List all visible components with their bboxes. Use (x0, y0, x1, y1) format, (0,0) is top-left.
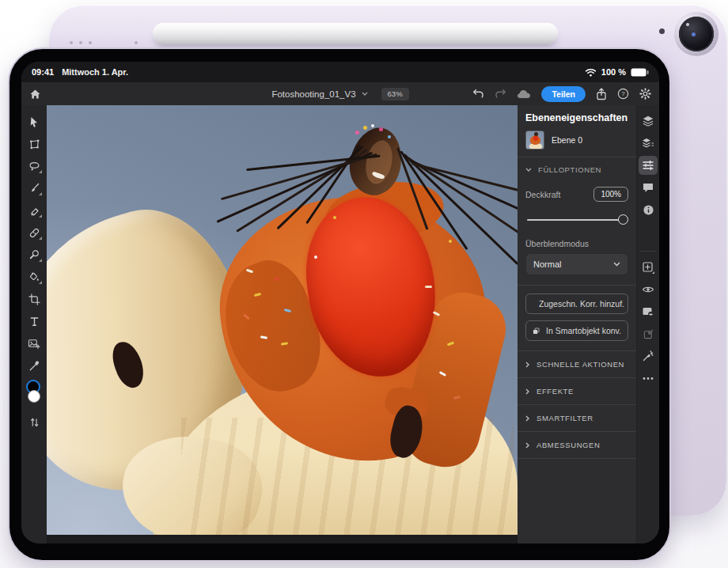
tool-rail (21, 105, 47, 543)
add-clipped-adjustment-button[interactable]: Zugeschn. Korr. hinzuf. (525, 293, 628, 314)
layer-thumbnail (525, 131, 544, 150)
blend-mode-label: Überblendmodus (525, 239, 589, 248)
eraser-tool[interactable] (23, 199, 45, 222)
opacity-slider[interactable] (527, 214, 627, 225)
layer-name: Ebene 0 (552, 135, 582, 145)
battery-icon (631, 68, 649, 77)
battery-percent: 100 % (601, 67, 626, 77)
status-bar: 09:41 Mittwoch 1. Apr. 100 % (21, 62, 659, 82)
type-tool[interactable] (23, 310, 45, 332)
convert-smart-object-button[interactable]: In Smartobjekt konv. (525, 320, 628, 341)
canvas-area[interactable] (47, 105, 517, 543)
rear-camera-lens (679, 17, 714, 51)
section-effects[interactable]: EFFEKTE (518, 378, 636, 404)
help-icon[interactable]: ? (617, 88, 629, 100)
add-layer-icon[interactable] (639, 258, 658, 277)
clock: 09:41 (32, 67, 54, 77)
effects-brush-icon[interactable] (639, 346, 658, 365)
crop-tool[interactable] (23, 288, 45, 310)
preview-image-icon[interactable] (639, 302, 658, 321)
settings-gear-icon[interactable] (639, 88, 651, 100)
document-title[interactable]: Fotoshooting_01_V3 (271, 89, 355, 99)
move-tool[interactable] (23, 111, 45, 133)
chevron-right-icon (525, 362, 529, 368)
camera-highlight (686, 23, 689, 26)
home-button[interactable] (29, 89, 41, 100)
eyedropper-tool[interactable] (23, 354, 45, 377)
chevron-right-icon (525, 442, 529, 449)
jacket-pin (425, 286, 432, 288)
speaker-hole (135, 41, 138, 44)
blend-mode-select[interactable]: Normal (525, 253, 628, 275)
wifi-icon (585, 68, 597, 77)
import-icon[interactable] (639, 324, 658, 343)
app-toolbar: Fotoshooting_01_V3 63% Teilen (21, 82, 659, 105)
undo-button[interactable] (472, 89, 484, 99)
opacity-value[interactable]: 100% (593, 187, 628, 202)
date-label: Mittwoch 1. Apr. (62, 67, 128, 77)
place-image-tool[interactable] (23, 332, 45, 354)
healing-brush-tool[interactable] (23, 222, 45, 244)
section-dimensions[interactable]: ABMESSUNGEN (518, 432, 636, 458)
chevron-right-icon (525, 415, 529, 422)
toggle-visibility-icon[interactable] (639, 280, 658, 299)
zoom-level-badge[interactable]: 63% (381, 88, 409, 100)
fill-tool[interactable] (23, 266, 45, 288)
smart-object-icon (533, 326, 540, 336)
brush-tool[interactable] (23, 177, 45, 199)
chevron-down-icon (362, 92, 368, 96)
speaker-hole (79, 41, 82, 44)
hair-bead (449, 240, 452, 243)
section-smart-filter[interactable]: SMARTFILTER (518, 405, 636, 431)
panel-icon-rail (636, 105, 659, 543)
hair-bead (371, 124, 374, 127)
speaker-hole (89, 41, 92, 44)
workspace: Ebeneneigenschaften Ebene 0 FÜLLOPTIONEN… (21, 105, 659, 543)
hair-bead (355, 131, 359, 134)
panel-title: Ebeneneigenschaften (518, 105, 636, 129)
opacity-slider-knob[interactable] (618, 214, 628, 225)
chevron-down-icon (525, 168, 532, 172)
transform-tool[interactable] (23, 133, 45, 155)
section-quick-actions[interactable]: SCHNELLE AKTIONEN (518, 351, 636, 377)
speaker-hole (70, 41, 73, 44)
hair-bead (314, 256, 317, 259)
chevron-right-icon (525, 388, 529, 395)
hair-bead (388, 135, 391, 138)
layer-row[interactable]: Ebene 0 (518, 129, 636, 157)
swap-colors-button[interactable] (23, 411, 45, 434)
redo-button[interactable] (495, 89, 506, 99)
share-button[interactable]: Teilen (541, 86, 586, 102)
layers-icon[interactable] (639, 112, 658, 131)
lasso-tool[interactable] (23, 155, 45, 177)
fill-options-header[interactable]: FÜLLOPTIONEN (518, 157, 636, 182)
svg-text:?: ? (621, 90, 625, 97)
layer-properties-icon[interactable] (639, 134, 658, 153)
microphone-dot (659, 28, 665, 34)
layer-properties-panel: Ebeneneigenschaften Ebene 0 FÜLLOPTIONEN… (517, 105, 636, 543)
opacity-label: Deckkraft (525, 190, 560, 199)
background-color-chip[interactable] (28, 390, 40, 403)
dodge-tool[interactable] (23, 244, 45, 266)
marketing-scene: 09:41 Mittwoch 1. Apr. 100 % (0, 0, 728, 568)
info-icon[interactable] (639, 200, 658, 219)
chevron-down-icon (613, 262, 620, 267)
camera-glint (692, 32, 696, 36)
hair-bead (333, 216, 336, 219)
ipad-screen: 09:41 Mittwoch 1. Apr. 100 % (21, 62, 659, 543)
export-share-sheet-icon[interactable] (596, 88, 607, 100)
comments-icon[interactable] (639, 178, 658, 197)
adjustments-sliders-icon[interactable] (639, 156, 658, 175)
cloud-sync-icon[interactable] (517, 89, 531, 99)
hair-bead (363, 126, 367, 130)
apple-pencil (153, 23, 558, 44)
color-chips[interactable] (23, 380, 45, 411)
hair-bead (379, 127, 383, 131)
photo-canvas[interactable] (47, 105, 518, 535)
more-options-icon[interactable] (639, 369, 658, 388)
